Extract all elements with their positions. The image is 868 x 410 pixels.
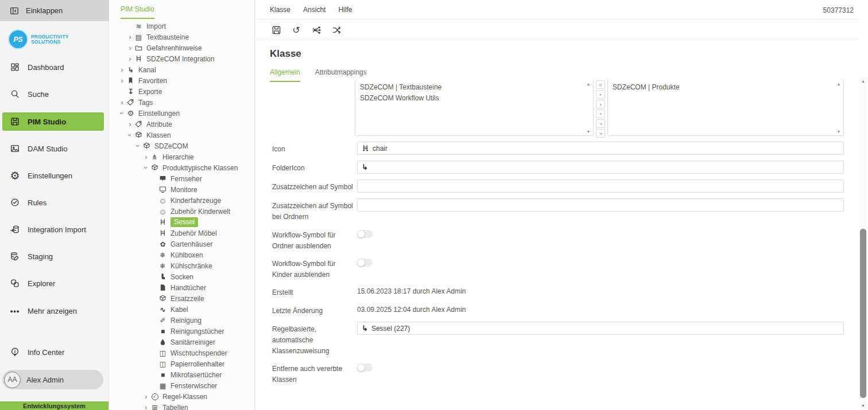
scroll-up-icon[interactable]: ▲: [585, 82, 592, 86]
tree-item-socken[interactable]: Socken: [110, 271, 246, 282]
move-all-right-button[interactable]: ▸|: [596, 80, 605, 89]
tree-item-monitore[interactable]: Monitore: [110, 184, 246, 195]
icon-field[interactable]: chair: [357, 142, 844, 155]
shuffle-icon[interactable]: [330, 24, 343, 36]
sidebar-item-rules[interactable]: Rules: [2, 193, 104, 212]
tree-item-reinigung[interactable]: ✐Reinigung: [110, 315, 246, 326]
main-scrollbar-thumb[interactable]: [860, 229, 866, 398]
tree-item-papierrollenhalter[interactable]: ◫Papierrollenhalter: [110, 358, 246, 369]
tree-item-wischtuchspender[interactable]: ◫Wischtuchspender: [110, 347, 246, 358]
expander-icon[interactable]: ›: [134, 142, 142, 150]
save-icon[interactable]: [270, 24, 282, 36]
scroll-down-icon[interactable]: ▼: [835, 130, 842, 134]
move-up-button[interactable]: ▴: [596, 100, 605, 108]
sidebar-item-explorer[interactable]: Explorer: [2, 274, 104, 292]
merge-nodes-icon[interactable]: [310, 24, 323, 36]
user-menu[interactable]: AA Alex Admin: [2, 370, 103, 389]
expander-icon[interactable]: ›: [126, 120, 134, 128]
expander-icon[interactable]: ›: [118, 99, 126, 106]
tree-item-tabellen[interactable]: ›⊞Tabellen: [110, 402, 246, 410]
tree-item-zubeh-r-kinderwelt[interactable]: ☺Zubehör Kinderwelt: [110, 206, 246, 217]
tree-item-reinigungst-cher[interactable]: ■Reinigungstücher: [110, 326, 246, 337]
tree-item-sanit-rreiniger[interactable]: Sanitärreiniger: [110, 337, 246, 347]
tree-item-fensterwischer[interactable]: ▦Fensterwischer: [110, 380, 246, 391]
expander-icon[interactable]: ›: [142, 393, 150, 400]
scroll-up-icon[interactable]: ▲: [835, 82, 842, 86]
sidebar-item-staging[interactable]: Staging: [2, 247, 104, 265]
menu-hilfe[interactable]: Hilfe: [338, 6, 352, 14]
tab-pim-studio[interactable]: PIM Studio: [121, 5, 154, 19]
tree-item-kinderfahrzeuge[interactable]: ☺Kinderfahrzeuge: [110, 195, 246, 206]
scroll-down-icon[interactable]: ▼: [585, 130, 592, 134]
remove-inherited-toggle[interactable]: [357, 364, 373, 372]
sidebar-item-dam-studio[interactable]: DAM Studio: [2, 139, 104, 158]
expander-icon[interactable]: ›: [118, 77, 126, 84]
tree-item-tags[interactable]: ›Tags: [110, 97, 246, 108]
tree-item-kabel[interactable]: ∿Kabel: [110, 304, 246, 315]
tree-item-einstellungen[interactable]: ›⚙Einstellungen: [110, 108, 246, 119]
tree-item-produkttypische-klassen[interactable]: ›Produkttypische Klassen: [110, 162, 246, 173]
tree-item-import[interactable]: ≋Import: [110, 21, 246, 32]
expander-icon[interactable]: ›: [142, 163, 150, 172]
expander-icon[interactable]: ›: [126, 131, 134, 139]
assigned-left-listbox[interactable]: SDZeCOM | TextbausteineSDZeCOM Workflow …: [355, 80, 594, 136]
sidebar-item-einstellungen[interactable]: ⚙ Einstellungen: [2, 166, 104, 185]
expander-icon[interactable]: ›: [118, 109, 126, 118]
move-down-button[interactable]: ▾: [596, 110, 605, 118]
list-item[interactable]: SDZeCOM | Textbausteine: [355, 82, 584, 93]
tree-item-sdzecom-integration[interactable]: ›SDZeCOM Integration: [110, 53, 246, 64]
symbol-suffix-field[interactable]: [357, 179, 844, 193]
tree-item-zubeh-r-m-bel[interactable]: Zubehör Möbel: [110, 228, 246, 239]
tree-item-kanal[interactable]: ›↳Kanal: [110, 64, 246, 75]
tree-item-k-hlboxen[interactable]: ❄Kühlboxen: [110, 249, 246, 260]
expander-icon[interactable]: ›: [142, 404, 150, 410]
hide-workflow-children-toggle[interactable]: [357, 259, 373, 267]
sidebar-item-dashboard[interactable]: Dashboard: [2, 58, 104, 76]
tree-item-k-hlschr-nke[interactable]: ❄Kühlschränke: [110, 260, 246, 271]
tree-item-exporte[interactable]: ↧Exporte: [110, 86, 246, 97]
tree-item-hierarchie[interactable]: ›⋔Hierarchie: [110, 151, 246, 162]
foldericon-field[interactable]: ↳: [357, 161, 844, 174]
tree-item-regel-klassen[interactable]: ›✓Regel-Klassen: [110, 391, 246, 402]
rule-assignment-field[interactable]: ↳ Sessel (227): [357, 322, 844, 335]
list-item[interactable]: SDZeCOM | Produkte: [608, 82, 834, 93]
expander-icon[interactable]: ›: [126, 44, 134, 52]
expander-icon[interactable]: ›: [126, 55, 134, 63]
move-right-button[interactable]: ▸: [596, 90, 605, 99]
main-scrollbar[interactable]: ▲ ▼: [859, 77, 867, 410]
symbol-suffix-folders-field[interactable]: [357, 198, 844, 212]
sidebar-item-suche[interactable]: Suche: [2, 85, 104, 103]
tree-item-gefahrenhinweise[interactable]: ›Gefahrenhinweise: [110, 42, 246, 53]
tree-item-fernseher[interactable]: Fernseher: [110, 173, 246, 184]
collapse-sidebar-button[interactable]: Einklappen: [0, 0, 109, 21]
sidebar-item-info-center[interactable]: Info Center: [2, 343, 104, 361]
tree-item-sdzecom[interactable]: ›SDZeCOM: [110, 140, 246, 151]
tree-item-sessel[interactable]: Sessel: [110, 217, 246, 228]
assigned-right-listbox[interactable]: SDZeCOM | Produkte ▲▼: [607, 80, 844, 136]
listbox-scrollbar[interactable]: ▲▼: [835, 81, 842, 134]
tree-item-gartenh-user[interactable]: ✿Gartenhäuser: [110, 239, 246, 249]
sidebar-item-mehr-anzeigen[interactable]: ••• Mehr anzeigen: [2, 302, 104, 320]
expander-icon[interactable]: ›: [142, 153, 150, 161]
hide-workflow-folder-toggle[interactable]: [357, 230, 373, 238]
expander-icon[interactable]: ›: [118, 66, 126, 73]
tree-item-handt-cher[interactable]: Handtücher: [110, 282, 246, 293]
sidebar-item-integration-import[interactable]: Integration Import: [2, 220, 104, 239]
sidebar-item-pim-studio[interactable]: PIM Studio: [2, 112, 104, 131]
move-left-button[interactable]: ◂: [596, 119, 605, 128]
tree-item-attribute[interactable]: ›Attribute: [110, 119, 246, 130]
list-item[interactable]: SDZeCOM Workflow Utils: [355, 93, 584, 104]
tree-item-mikrofasert-cher[interactable]: ■Mikrofasertücher: [110, 369, 246, 380]
scroll-down-icon[interactable]: ▼: [859, 404, 867, 408]
listbox-scrollbar[interactable]: ▲▼: [585, 81, 592, 134]
scroll-up-icon[interactable]: ▲: [859, 79, 867, 83]
tree-item-textbausteine[interactable]: ›▤Textbausteine: [110, 32, 246, 42]
move-all-left-button[interactable]: |◂: [596, 129, 605, 138]
tree-item-favoriten[interactable]: ›Favoriten: [110, 75, 246, 86]
menu-ansicht[interactable]: Ansicht: [303, 6, 326, 14]
tree-item-ersatzzeile[interactable]: Ersatzzeile: [110, 293, 246, 304]
undo-icon[interactable]: ↺: [290, 24, 303, 36]
expander-icon[interactable]: ›: [126, 33, 134, 41]
tree-item-klassen[interactable]: ›Klassen: [110, 130, 246, 140]
menu-klasse[interactable]: Klasse: [270, 6, 290, 14]
